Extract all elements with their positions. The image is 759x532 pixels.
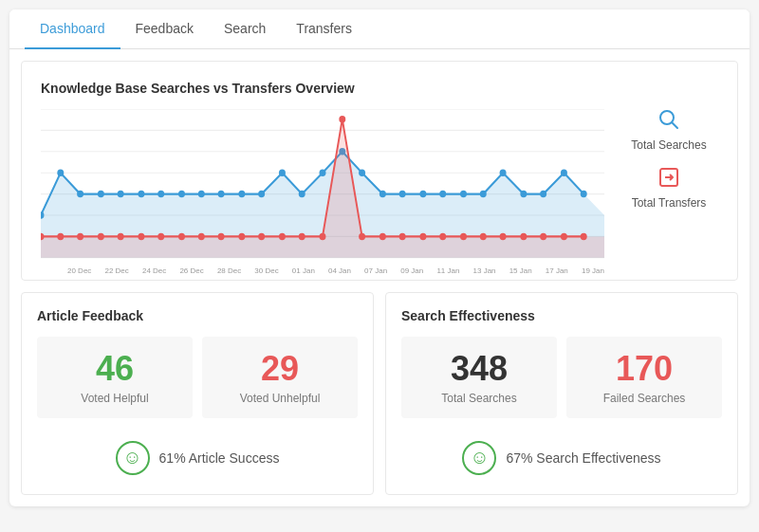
svg-point-11 <box>77 191 83 197</box>
svg-point-33 <box>520 191 527 197</box>
main-container: Dashboard Feedback Search Transfers Know… <box>9 9 750 506</box>
svg-point-15 <box>157 191 164 197</box>
svg-point-57 <box>419 233 426 240</box>
search-smiley-icon: ☺ <box>462 441 496 475</box>
svg-point-31 <box>480 191 487 197</box>
article-feedback-title: Article Feedback <box>37 308 358 323</box>
transfer-legend-icon <box>658 167 679 193</box>
x-axis-labels: 20 Dec22 Dec24 Dec26 Dec28 Dec 30 Dec01 … <box>41 266 604 275</box>
svg-point-36 <box>581 191 587 197</box>
failed-searches-count: 170 <box>576 350 713 388</box>
tab-dashboard[interactable]: Dashboard <box>25 9 120 49</box>
svg-point-12 <box>98 191 104 197</box>
svg-point-56 <box>399 233 406 240</box>
svg-point-51 <box>299 233 305 240</box>
chart-wrapper: 20 Dec22 Dec24 Dec26 Dec28 Dec 30 Dec01 … <box>41 109 718 261</box>
search-effectiveness-row: ☺ 67% Search Effectiveness <box>401 431 722 479</box>
transfers-legend-label: Total Transfers <box>632 196 707 210</box>
svg-point-58 <box>439 233 446 240</box>
search-effectiveness-title: Search Effectiveness <box>401 308 722 323</box>
svg-point-17 <box>198 191 205 197</box>
svg-point-10 <box>57 169 64 175</box>
svg-point-14 <box>138 191 144 197</box>
helpful-stat-box: 46 Voted Helpful <box>37 337 193 418</box>
article-success-row: ☺ 61% Article Success <box>37 431 358 479</box>
unhelpful-count: 29 <box>212 350 348 388</box>
article-smiley-icon: ☺ <box>116 441 150 475</box>
feedback-stat-boxes: 46 Voted Helpful 29 Voted Unhelpful <box>37 337 358 418</box>
svg-point-54 <box>359 233 365 240</box>
failed-searches-stat-box: 170 Failed Searches <box>566 337 722 418</box>
chart-title: Knowledge Base Searches vs Transfers Ove… <box>41 81 718 96</box>
svg-point-13 <box>118 191 124 197</box>
total-searches-stat-box: 348 Total Searches <box>401 337 557 418</box>
svg-point-25 <box>359 169 365 175</box>
svg-point-45 <box>178 233 185 240</box>
svg-point-46 <box>198 233 205 240</box>
article-feedback-panel: Article Feedback 46 Voted Helpful 29 Vot… <box>21 292 374 495</box>
helpful-count: 46 <box>46 350 183 388</box>
svg-point-40 <box>77 233 83 240</box>
tab-transfers[interactable]: Transfers <box>281 9 367 49</box>
chart-svg <box>41 109 604 261</box>
svg-point-48 <box>238 233 245 240</box>
unhelpful-stat-box: 29 Voted Unhelpful <box>202 337 358 418</box>
svg-point-55 <box>380 233 386 240</box>
svg-point-43 <box>138 233 144 240</box>
svg-point-18 <box>218 191 225 197</box>
svg-point-60 <box>480 233 487 240</box>
svg-point-29 <box>439 191 446 197</box>
svg-point-65 <box>581 233 587 240</box>
search-legend-icon <box>658 109 679 135</box>
svg-point-59 <box>460 233 467 240</box>
tab-bar: Dashboard Feedback Search Transfers <box>9 9 750 49</box>
svg-line-67 <box>672 122 677 128</box>
search-effectiveness-pct: 67% Search Effectiveness <box>506 450 660 466</box>
svg-point-28 <box>419 191 426 197</box>
svg-point-34 <box>540 191 546 197</box>
svg-point-53 <box>339 116 345 122</box>
chart-section: Knowledge Base Searches vs Transfers Ove… <box>21 61 738 281</box>
searches-legend-label: Total Searches <box>631 138 706 152</box>
svg-point-30 <box>460 191 467 197</box>
svg-point-63 <box>540 233 546 240</box>
helpful-label: Voted Helpful <box>46 392 183 405</box>
search-stat-boxes: 348 Total Searches 170 Failed Searches <box>401 337 722 418</box>
svg-point-62 <box>520 233 527 240</box>
legend-transfers: Total Transfers <box>620 167 718 210</box>
article-success-pct: 61% Article Success <box>159 450 280 466</box>
total-searches-label: Total Searches <box>411 392 547 405</box>
svg-point-49 <box>258 233 265 240</box>
svg-point-19 <box>238 191 245 197</box>
svg-point-41 <box>98 233 104 240</box>
svg-point-35 <box>561 169 567 175</box>
svg-point-44 <box>157 233 164 240</box>
failed-searches-label: Failed Searches <box>576 392 713 405</box>
svg-point-26 <box>380 191 386 197</box>
svg-point-32 <box>500 169 507 175</box>
svg-point-23 <box>320 169 326 175</box>
svg-point-42 <box>118 233 124 240</box>
search-effectiveness-panel: Search Effectiveness 348 Total Searches … <box>385 292 738 495</box>
svg-point-39 <box>57 233 64 240</box>
unhelpful-label: Voted Unhelpful <box>212 392 348 405</box>
svg-point-16 <box>178 191 185 197</box>
svg-point-47 <box>218 233 225 240</box>
svg-point-52 <box>320 233 326 240</box>
legend-searches: Total Searches <box>620 109 718 152</box>
svg-point-50 <box>279 233 286 240</box>
svg-point-61 <box>500 233 507 240</box>
svg-point-64 <box>561 233 567 240</box>
tab-feedback[interactable]: Feedback <box>120 9 209 49</box>
panels-row: Article Feedback 46 Voted Helpful 29 Vot… <box>9 292 750 506</box>
chart-area: 20 Dec22 Dec24 Dec26 Dec28 Dec 30 Dec01 … <box>41 109 604 261</box>
chart-legend: Total Searches Total Transfers <box>604 109 718 210</box>
tab-search[interactable]: Search <box>209 9 281 49</box>
svg-point-22 <box>299 191 305 197</box>
total-searches-count: 348 <box>411 350 547 388</box>
svg-point-21 <box>279 169 286 175</box>
svg-point-27 <box>399 191 406 197</box>
svg-point-20 <box>258 191 265 197</box>
